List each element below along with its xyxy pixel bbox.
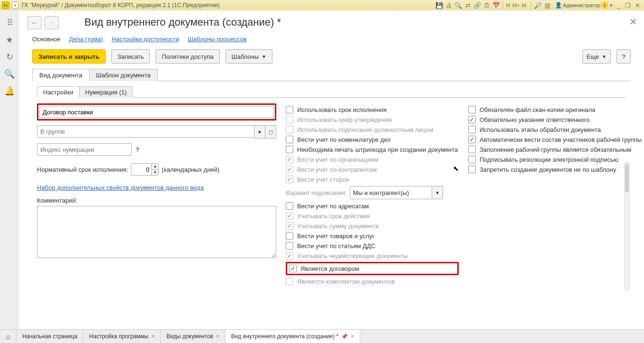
checkbox[interactable] — [468, 116, 476, 123]
app-menu-dropdown[interactable]: ▾ — [11, 1, 19, 9]
rail-search-icon[interactable]: 🔍 — [4, 68, 15, 80]
index-input[interactable] — [37, 143, 132, 156]
templates-button[interactable]: Шаблоны ▼ — [226, 49, 272, 64]
ck-label: Использовать этапы обработки документа — [480, 126, 601, 133]
rail-history-icon[interactable]: ↻ — [4, 51, 15, 63]
variant-select[interactable]: Мы и контрагент(ы) — [350, 186, 432, 199]
checkbox[interactable] — [468, 166, 476, 173]
info-dd[interactable]: ▾ — [610, 2, 613, 9]
user-icon: 👤 — [555, 2, 562, 9]
checkbox[interactable] — [468, 146, 476, 153]
panes-icon[interactable]: ▥ — [543, 1, 552, 9]
norm-value-input[interactable] — [131, 164, 151, 175]
tabstrip-settings: Настройки Нумерация (1) — [37, 86, 626, 98]
section-templates[interactable]: Шаблоны процессов — [188, 36, 246, 43]
page-close-button[interactable]: ✕ — [629, 16, 637, 28]
group-input[interactable] — [37, 125, 254, 138]
checkbox[interactable] — [286, 202, 293, 210]
chevron-down-icon: ▼ — [602, 54, 607, 59]
checkbox[interactable] — [468, 136, 476, 143]
policies-button[interactable]: Политики доступа — [155, 49, 219, 64]
chevron-down-icon: ▼ — [262, 54, 266, 59]
more-button[interactable]: Еще ▼ — [582, 49, 611, 64]
tab-numbering[interactable]: Нумерация (1) — [79, 86, 133, 98]
close-icon[interactable]: × — [216, 333, 219, 340]
comment-textarea[interactable] — [37, 206, 276, 258]
ck-label: Заполнение рабочей группы является обяза… — [480, 146, 631, 153]
checkbox-is-contract[interactable] — [289, 265, 297, 272]
rail-apps-icon[interactable]: ⠿ — [4, 17, 15, 28]
help-button[interactable]: ? — [617, 49, 631, 64]
bottom-tab-doctypes[interactable]: Виды документов× — [161, 330, 226, 343]
info-icon[interactable]: i — [601, 1, 608, 9]
checkbox[interactable] — [468, 156, 476, 163]
nav-back-button[interactable]: ← — [27, 16, 42, 29]
group-dropdown-button[interactable]: ▼ — [254, 125, 265, 139]
tab-doc-type[interactable]: Вид документа — [32, 69, 90, 81]
settings-mid-column: Использовать срок исполнения Использоват… — [286, 103, 459, 287]
variant-dropdown-button[interactable]: ▼ — [432, 186, 443, 199]
mem-mplus[interactable]: M+ — [512, 2, 520, 8]
restore-icon[interactable]: ❐ — [624, 1, 632, 9]
bottom-tab-current[interactable]: Вид внутреннего документа (создание) *📌× — [226, 330, 360, 343]
home-icon[interactable]: ⌂ — [0, 330, 17, 343]
tab-settings[interactable]: Настройки — [37, 86, 80, 98]
minimize-icon[interactable]: _ — [614, 1, 623, 9]
calendar-icon[interactable]: 📅 — [492, 1, 500, 9]
scroll-thumb[interactable] — [625, 164, 629, 193]
extra-props-link[interactable]: Набор дополнительных свойств документов … — [37, 184, 204, 191]
checkbox[interactable] — [468, 126, 476, 133]
name-input[interactable] — [39, 106, 274, 118]
scrollbar[interactable] — [624, 162, 630, 290]
checkbox — [286, 166, 293, 173]
checkbox[interactable] — [286, 232, 293, 240]
spinner-up-icon[interactable]: ▲ — [152, 164, 158, 170]
tab-doc-template[interactable]: Шаблон документа — [89, 69, 158, 81]
left-rail: ⠿ ★ ↻ 🔍 🔔 — [0, 10, 19, 330]
norm-spinner[interactable]: ▲ ▼ — [131, 163, 159, 176]
print-icon[interactable]: 🖨 — [444, 1, 453, 9]
checkbox[interactable] — [286, 242, 293, 250]
section-main[interactable]: Основное — [32, 36, 61, 43]
save-close-button[interactable]: Записать и закрыть — [32, 49, 106, 64]
mem-mminus[interactable]: M- — [522, 2, 528, 8]
compare-icon[interactable]: ⇄ — [463, 1, 472, 9]
bottom-tabs: ⌂ Начальная страница Настройка программы… — [0, 329, 644, 343]
close-icon[interactable]: × — [351, 333, 354, 340]
checkbox[interactable] — [286, 106, 293, 113]
pin-icon[interactable]: 📌 — [341, 334, 348, 340]
index-help-icon[interactable]: ? — [136, 146, 139, 153]
rail-star-icon[interactable]: ★ — [4, 34, 15, 46]
checkbox — [286, 176, 293, 183]
user-menu[interactable]: 👤 Администратор — [555, 2, 600, 9]
ck-label: Обязательно указание ответственного — [480, 116, 590, 123]
nav-forward-button[interactable]: → — [45, 16, 59, 29]
section-access[interactable]: Настройки доступности — [111, 36, 179, 43]
mem-m[interactable]: M — [506, 2, 510, 8]
ck-label: Вести учет по номенклатуре дел — [297, 136, 390, 143]
group-open-button[interactable]: ▢ — [265, 125, 276, 139]
checkbox — [286, 222, 293, 230]
section-dela[interactable]: Дела (тома) — [69, 36, 103, 43]
close-icon[interactable]: × — [151, 333, 154, 340]
bottom-tab-settings[interactable]: Настройка программы× — [83, 330, 161, 343]
save-icon[interactable]: 💾 — [435, 1, 444, 9]
spinner-down-icon[interactable]: ▼ — [152, 170, 158, 176]
preview-icon[interactable]: 🔍 — [454, 1, 463, 9]
save-button[interactable]: Записать — [111, 49, 150, 64]
ck-label: Вести учет по статьям ДДС — [297, 242, 375, 250]
checkbox[interactable] — [468, 106, 476, 113]
page-title: Вид внутреннего документа (создание) * — [84, 15, 635, 33]
ck-label: Обязателен файл скан-копии оригинала — [480, 106, 595, 113]
link-icon[interactable]: 🔗 — [473, 1, 481, 9]
calc-icon[interactable]: 🗓 — [482, 1, 491, 9]
checkbox[interactable] — [286, 136, 293, 143]
bottom-tab-start[interactable]: Начальная страница — [17, 330, 83, 343]
ck-label: Использовать срок исполнения — [297, 106, 387, 113]
close-window-icon[interactable]: ✕ — [633, 1, 642, 9]
zoom-icon[interactable]: 🔎 — [534, 1, 542, 9]
checkbox[interactable] — [286, 146, 293, 153]
rail-bell-icon[interactable]: 🔔 — [4, 85, 15, 97]
checkbox — [286, 126, 293, 133]
ck-label: Запретить создание документов не по шабл… — [480, 166, 616, 173]
